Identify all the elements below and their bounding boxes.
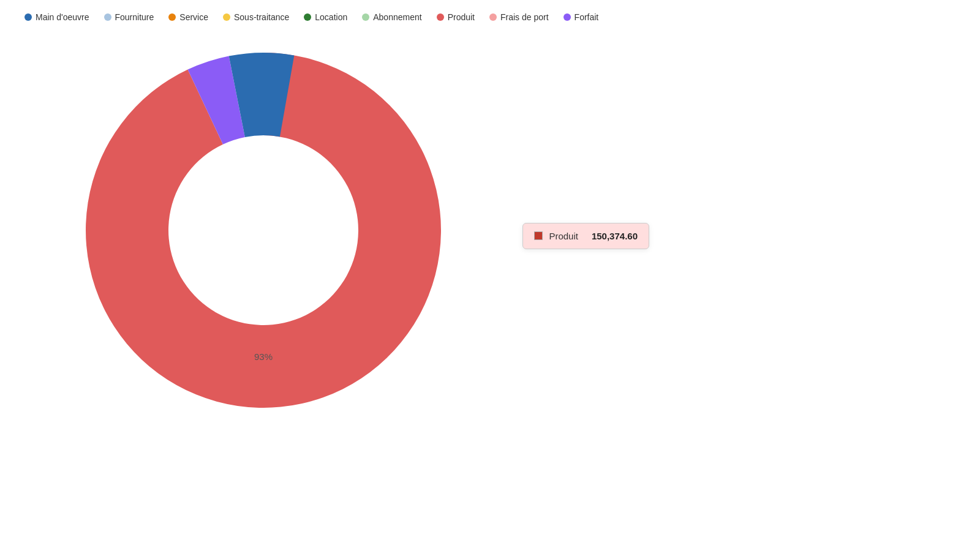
legend-dot: [564, 13, 571, 21]
legend-item-sous-traitance[interactable]: Sous-traitance: [223, 12, 289, 22]
legend-dot: [437, 13, 444, 21]
legend-item-frais-de-port[interactable]: Frais de port: [489, 12, 549, 22]
tooltip-label: Produit: [549, 231, 578, 241]
legend-dot: [168, 13, 176, 21]
legend-dot: [304, 13, 311, 21]
legend-item-fourniture[interactable]: Fourniture: [104, 12, 154, 22]
legend-item-abonnement[interactable]: Abonnement: [362, 12, 421, 22]
legend-label: Frais de port: [500, 12, 549, 22]
tooltip-color-box: [534, 231, 543, 240]
chart-container: Main d'oeuvre Fourniture Service Sous-tr…: [0, 0, 980, 548]
legend-label: Sous-traitance: [234, 12, 289, 22]
donut-chart: [74, 40, 453, 420]
legend-item-service[interactable]: Service: [168, 12, 208, 22]
legend: Main d'oeuvre Fourniture Service Sous-tr…: [24, 12, 598, 22]
legend-dot: [362, 13, 369, 21]
legend-item-forfait[interactable]: Forfait: [564, 12, 599, 22]
legend-item-main-oeuvre[interactable]: Main d'oeuvre: [24, 12, 89, 22]
legend-dot: [104, 13, 111, 21]
legend-item-produit[interactable]: Produit: [437, 12, 475, 22]
legend-label: Produit: [448, 12, 475, 22]
tooltip: Produit 150,374.60: [522, 223, 649, 249]
legend-label: Forfait: [575, 12, 599, 22]
legend-label: Fourniture: [115, 12, 154, 22]
tooltip-value: 150,374.60: [592, 231, 638, 241]
legend-dot: [24, 13, 32, 21]
legend-label: Abonnement: [373, 12, 421, 22]
donut-area: 93% Produit 150,374.60: [74, 40, 453, 420]
legend-dot: [223, 13, 230, 21]
legend-label: Location: [315, 12, 347, 22]
legend-item-location[interactable]: Location: [304, 12, 347, 22]
legend-label: Main d'oeuvre: [36, 12, 89, 22]
legend-dot: [489, 13, 497, 21]
legend-label: Service: [179, 12, 208, 22]
